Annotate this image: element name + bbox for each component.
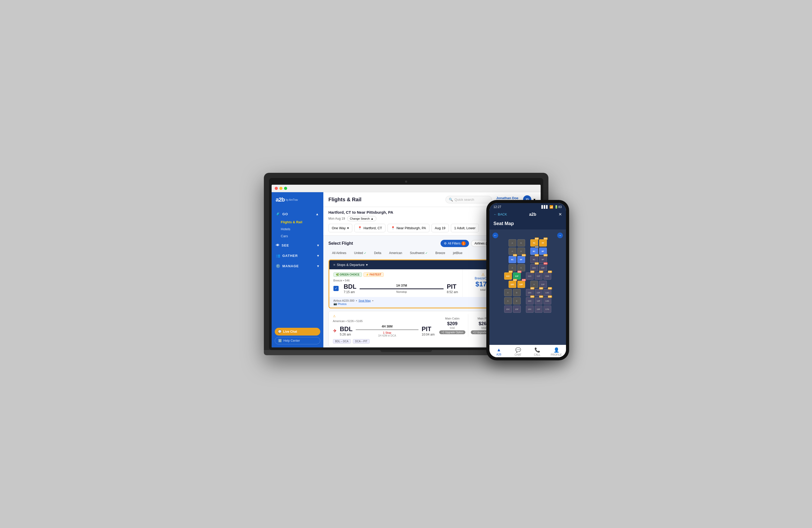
seat-8E[interactable]: $4014G (543, 297, 551, 304)
tab-southwest[interactable]: Southwest ✓ (406, 249, 431, 257)
filter-badge: 1 (462, 241, 466, 245)
seat-8C[interactable]: $4014C (526, 297, 534, 304)
sidebar-bottom: 💬 Live Chat ℹ️ Help Center (272, 325, 323, 347)
window-chrome (272, 185, 541, 192)
date-field[interactable]: Aug 19 (432, 224, 449, 232)
minimize-button[interactable] (279, 187, 282, 190)
seat-7E[interactable]: $3013G (543, 289, 551, 296)
seat-6B[interactable]: $4012F (517, 281, 525, 288)
seat-1A[interactable]: A (509, 239, 516, 246)
price-col-main-cabin[interactable]: Main Cabin $209 total +1 Upgrade Option (437, 314, 468, 337)
sidebar-item-manage[interactable]: ⚙️ MANAGE ▾ (272, 261, 323, 271)
seat-5D[interactable]: $3011F (535, 272, 542, 280)
tab-american[interactable]: American (386, 249, 406, 257)
seat-map-link[interactable]: Seat Map (359, 299, 371, 302)
passengers-field[interactable]: 1 Adult, Lower (451, 224, 479, 232)
seat-9E[interactable]: 17G (543, 305, 551, 313)
tab-all-airlines[interactable]: All Airlines (329, 249, 350, 257)
seat-6C[interactable]: A (530, 281, 538, 288)
seat-3A[interactable]: $409C (509, 256, 516, 263)
seat-9A[interactable]: 15C (504, 305, 512, 313)
location-icon: 📍 (391, 226, 395, 230)
seat-7C[interactable]: $3013C (526, 289, 534, 296)
seat-4C[interactable]: $3010C (530, 264, 538, 271)
seat-4A[interactable]: A (509, 264, 516, 271)
filter-icon: ⚙ (444, 242, 447, 245)
back-button[interactable]: ← BACK (494, 212, 507, 216)
seat-3B[interactable]: $409F (517, 256, 525, 263)
tab-delta[interactable]: Delta (371, 249, 385, 257)
quick-search-box[interactable]: 🔍 Quick search (446, 196, 492, 203)
seat-8A[interactable]: A (504, 297, 512, 304)
prev-seat-button[interactable]: ← (493, 232, 498, 238)
phone-nav-profile[interactable]: 👤 PROFILE (547, 347, 566, 356)
nav-section-manage: ⚙️ MANAGE ▾ (272, 261, 323, 271)
seat-6D[interactable]: 12F (539, 281, 547, 288)
help-center-button[interactable]: ℹ️ Help Center (275, 337, 320, 344)
seat-4D[interactable]: $3010F (539, 264, 547, 271)
seat-2D[interactable]: 8F (539, 247, 547, 255)
tab-jetblue[interactable]: jetBlue (449, 249, 466, 257)
chevron-up-icon: ▲ (316, 212, 319, 216)
all-filters-button[interactable]: ⚙ All Filters 1 (440, 240, 469, 247)
sidebar-item-go[interactable]: 🧳 GO ▲ (272, 209, 323, 218)
upgrade-option-0[interactable]: +1 Upgrade Option (439, 330, 465, 334)
second-flight-info: ⚠ American • 5226 • 5165 ✈ (333, 314, 435, 344)
photos-link[interactable]: 📷 Photos (333, 302, 374, 305)
sidebar-item-see[interactable]: 👁 SEE ▾ (272, 241, 323, 250)
seat-map-content[interactable]: ← → A B $407C $407F (490, 229, 566, 345)
seat-8D[interactable]: $4014F (535, 297, 542, 304)
seat-3D[interactable]: $309F (539, 256, 547, 263)
seat-1C[interactable]: $407C (530, 239, 538, 246)
sort-icon: ≡ (333, 263, 335, 267)
seat-5C[interactable]: $3011C (526, 272, 534, 280)
seat-9B[interactable]: 15F (513, 305, 521, 313)
seat-5A[interactable]: $4011C (504, 272, 512, 280)
sidebar-item-hotels[interactable]: Hotels (272, 226, 323, 232)
phone-nav-call[interactable]: 📞 CALL (528, 347, 547, 356)
sidebar-item-cars[interactable]: Cars (272, 232, 323, 240)
seat-1D[interactable]: $407F (539, 239, 547, 246)
seat-3C[interactable]: $309C (530, 256, 538, 263)
seat-2B[interactable]: B (517, 247, 525, 255)
status-icons: ▋▋▋ 📶 🔋83 (541, 205, 562, 209)
seat-7A[interactable]: A (504, 289, 512, 296)
seat-5B[interactable]: $4011F (513, 272, 521, 280)
seat-9C[interactable]: 15C (526, 305, 534, 313)
live-chat-button[interactable]: 💬 Live Chat (275, 328, 320, 336)
seat-7D[interactable]: $3013F (535, 289, 542, 296)
phone-nav-chat[interactable]: 💬 CHAT (509, 347, 528, 356)
segment-tags: BDL – DCA DCA – PIT (333, 339, 435, 344)
flight-line (356, 329, 419, 330)
change-search-button[interactable]: Change Search ▲ (347, 216, 376, 221)
gear-icon: ⚙️ (276, 264, 280, 268)
seat-9D[interactable]: 15F (535, 305, 542, 313)
seat-6A[interactable]: $4012C (509, 281, 516, 288)
flight-checkbox[interactable]: ✓ (333, 286, 338, 291)
next-seat-button[interactable]: → (557, 232, 563, 238)
seat-7B[interactable]: B (513, 289, 521, 296)
sidebar-item-gather[interactable]: 👥 GATHER ▾ (272, 251, 323, 260)
tab-united[interactable]: United ✓ (350, 249, 370, 257)
sort-controls[interactable]: ≡ Stops & Departure ▾ (333, 263, 368, 267)
nav-section-gather: 👥 GATHER ▾ (272, 251, 323, 260)
seat-2A[interactable]: A (509, 247, 516, 255)
seat-1B[interactable]: B (517, 239, 525, 246)
trip-type-field[interactable]: One Way ▾ (329, 224, 352, 232)
segment2-tag: DCA – PIT (353, 339, 369, 344)
sidebar-item-flights-rail[interactable]: Flights & Rail (272, 218, 323, 226)
destination-field[interactable]: 📍 Near Pittsburgh, PA (388, 224, 430, 232)
chevron-up-icon: ▲ (371, 217, 374, 220)
seat-5E[interactable]: $3011G (543, 272, 551, 280)
phone-nav-a2b[interactable]: ▲ A2B (490, 347, 509, 356)
phone-close-button[interactable]: ✕ (559, 212, 562, 217)
seat-grid: A B $407C $407F A B (492, 239, 564, 313)
close-button[interactable] (275, 187, 278, 190)
tab-breeze[interactable]: Breeze (432, 249, 449, 257)
origin-field[interactable]: 📍 Hartford, CT (354, 224, 386, 232)
seat-8B[interactable]: B (513, 297, 521, 304)
seat-4B[interactable]: B (517, 264, 525, 271)
maximize-button[interactable] (284, 187, 287, 190)
seat-2C[interactable]: $408C (530, 247, 538, 255)
chat-nav-icon: 💬 (515, 347, 521, 353)
